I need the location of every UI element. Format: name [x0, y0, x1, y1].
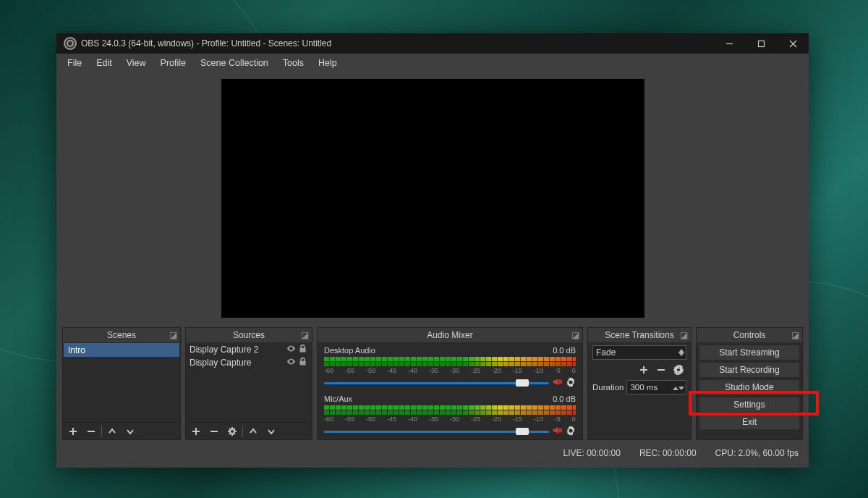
- channel-settings-button[interactable]: [566, 377, 576, 390]
- controls-dock: Controls◪ Start Streaming Start Recordin…: [696, 327, 803, 440]
- undock-icon[interactable]: ◪: [679, 331, 688, 339]
- channel-settings-button[interactable]: [566, 426, 576, 439]
- menu-profile[interactable]: Profile: [154, 56, 192, 70]
- scenes-title: Scenes: [107, 330, 136, 340]
- vu-meter: [324, 362, 576, 366]
- move-scene-up-button[interactable]: [103, 423, 121, 439]
- preview-canvas[interactable]: [221, 79, 644, 318]
- add-scene-button[interactable]: [64, 423, 82, 439]
- mute-button[interactable]: [552, 425, 563, 439]
- channel-level: 0.0 dB: [553, 394, 576, 403]
- volume-slider[interactable]: [324, 382, 549, 384]
- mixer-channel: Desktop Audio 0.0 dB -60-55-50-45-40-35-…: [318, 343, 582, 392]
- svg-marker-20: [673, 387, 678, 390]
- source-properties-button[interactable]: [224, 423, 241, 439]
- menubar: File Edit View Profile Scene Collection …: [56, 54, 809, 72]
- meter-ticks: -60-55-50-45-40-35-30-25-20-15-10-50: [324, 367, 576, 374]
- visibility-icon[interactable]: [285, 357, 297, 368]
- scenes-dock: Scenes◪ Intro: [62, 327, 181, 440]
- source-item-label: Display Capture: [190, 358, 285, 368]
- channel-name: Desktop Audio: [324, 346, 375, 355]
- start-recording-button[interactable]: Start Recording: [699, 362, 800, 378]
- exit-button[interactable]: Exit: [699, 414, 800, 430]
- minimize-button[interactable]: [713, 33, 745, 54]
- remove-scene-button[interactable]: [82, 423, 100, 439]
- undock-icon[interactable]: ◪: [791, 331, 799, 339]
- mixer-title: Audio Mixer: [427, 330, 472, 340]
- svg-marker-21: [678, 387, 684, 390]
- menu-edit[interactable]: Edit: [90, 56, 119, 70]
- scene-item[interactable]: Intro: [64, 343, 179, 357]
- source-item-label: Display Capture 2: [190, 345, 285, 355]
- visibility-icon[interactable]: [285, 344, 297, 355]
- separator: [101, 426, 102, 437]
- sources-dock: Sources◪ Display Capture 2 Display Captu…: [185, 327, 312, 440]
- window-title: OBS 24.0.3 (64-bit, windows) - Profile: …: [81, 38, 331, 48]
- lock-icon[interactable]: [297, 344, 308, 355]
- move-source-up-button[interactable]: [244, 423, 262, 439]
- vu-meter: [324, 357, 576, 361]
- audio-mixer-dock: Audio Mixer◪ Desktop Audio 0.0 dB -60-55…: [317, 327, 583, 440]
- add-transition-button[interactable]: [636, 363, 652, 377]
- move-source-down-button[interactable]: [263, 423, 280, 439]
- duration-input[interactable]: 300 ms: [626, 380, 686, 394]
- menu-file[interactable]: File: [61, 56, 88, 70]
- transition-select-value: Fade: [596, 347, 616, 358]
- remove-transition-button[interactable]: [653, 363, 669, 377]
- statusbar: LIVE: 00:00:00 REC: 00:00:00 CPU: 2.0%, …: [56, 444, 809, 462]
- status-rec: REC: 00:00:00: [639, 448, 697, 458]
- menu-tools[interactable]: Tools: [276, 56, 310, 70]
- mixer-channel: Mic/Aux 0.0 dB -60-55-50-45-40-35-30-25-…: [318, 392, 582, 439]
- vu-meter: [324, 410, 576, 415]
- mute-button[interactable]: [552, 376, 563, 390]
- controls-title: Controls: [733, 330, 766, 340]
- start-streaming-button[interactable]: Start Streaming: [699, 345, 800, 360]
- settings-button[interactable]: Settings: [699, 397, 800, 413]
- lock-icon[interactable]: [297, 357, 308, 368]
- transition-select[interactable]: Fade: [592, 345, 686, 360]
- undock-icon[interactable]: ◪: [571, 331, 579, 339]
- status-live: LIVE: 00:00:00: [563, 448, 620, 458]
- meter-ticks: -60-55-50-45-40-35-30-25-20-15-10-50: [324, 415, 576, 423]
- obs-logo-icon: [64, 37, 77, 50]
- transitions-dock: Scene Transitions◪ Fade Duration 300 ms: [587, 327, 692, 440]
- svg-marker-16: [678, 353, 684, 356]
- volume-slider[interactable]: [324, 431, 549, 433]
- source-item[interactable]: Display Capture: [187, 356, 311, 369]
- source-item[interactable]: Display Capture 2: [187, 343, 311, 356]
- undock-icon[interactable]: ◪: [169, 331, 177, 339]
- studio-mode-button[interactable]: Studio Mode: [699, 379, 800, 395]
- remove-source-button[interactable]: [205, 423, 223, 439]
- close-button[interactable]: [777, 33, 809, 54]
- svg-point-10: [230, 429, 234, 434]
- preview-area: [56, 72, 809, 324]
- status-cpu: CPU: 2.0%, 60.00 fps: [715, 448, 799, 458]
- menu-help[interactable]: Help: [312, 56, 344, 70]
- svg-rect-1: [758, 41, 764, 46]
- vu-meter: [324, 405, 576, 410]
- menu-view[interactable]: View: [120, 56, 153, 70]
- transitions-title: Scene Transitions: [605, 330, 673, 340]
- channel-name: Mic/Aux: [324, 394, 352, 403]
- channel-level: 0.0 dB: [553, 346, 576, 355]
- add-source-button[interactable]: [187, 423, 205, 439]
- undock-icon[interactable]: ◪: [300, 331, 309, 339]
- scene-item-label: Intro: [68, 345, 85, 355]
- obs-window: OBS 24.0.3 (64-bit, windows) - Profile: …: [56, 33, 809, 468]
- duration-label: Duration: [592, 383, 624, 392]
- separator: [242, 426, 243, 437]
- titlebar[interactable]: OBS 24.0.3 (64-bit, windows) - Profile: …: [56, 33, 809, 54]
- menu-scene-collection[interactable]: Scene Collection: [194, 56, 275, 70]
- move-scene-down-button[interactable]: [122, 423, 139, 439]
- maximize-button[interactable]: [745, 33, 777, 54]
- transition-properties-button[interactable]: [671, 363, 686, 377]
- duration-value: 300 ms: [630, 383, 658, 392]
- sources-title: Sources: [233, 330, 265, 340]
